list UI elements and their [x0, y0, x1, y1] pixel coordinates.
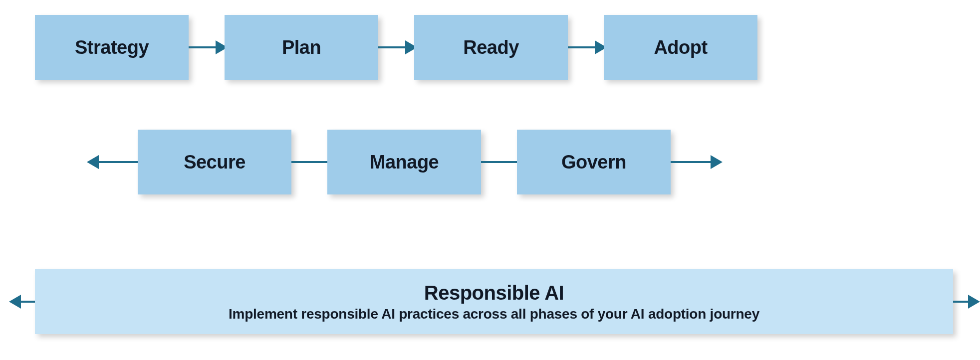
phase-box-secure: Secure	[138, 130, 291, 194]
connector-line	[481, 161, 517, 163]
phase-box-plan: Plan	[225, 15, 378, 80]
phase-box-adopt: Adopt	[604, 15, 757, 80]
connector-line	[953, 301, 969, 303]
diagram-canvas: Strategy Plan Ready Adopt Secure Manage …	[0, 0, 980, 360]
phase-label: Adopt	[654, 37, 707, 58]
phase-label: Govern	[561, 152, 626, 173]
responsible-ai-banner: Responsible AI Implement responsible AI …	[35, 269, 953, 334]
arrow-right-icon	[568, 46, 596, 48]
phase-box-manage: Manage	[327, 130, 481, 194]
connector-line	[97, 161, 138, 163]
arrow-right-icon	[378, 46, 406, 48]
arrow-right-icon	[189, 46, 217, 48]
phase-label: Strategy	[75, 37, 149, 58]
phase-label: Plan	[282, 37, 321, 58]
phase-label: Secure	[184, 152, 245, 173]
arrow-right-icon	[968, 295, 980, 309]
phase-box-govern: Govern	[517, 130, 671, 194]
phase-box-ready: Ready	[414, 15, 568, 80]
arrow-right-icon	[711, 155, 723, 169]
connector-line	[19, 301, 35, 303]
phase-box-strategy: Strategy	[35, 15, 189, 80]
connector-line	[671, 161, 712, 163]
rai-title: Responsible AI	[424, 282, 564, 304]
connector-line	[291, 161, 327, 163]
rai-subtitle: Implement responsible AI practices acros…	[229, 306, 759, 322]
phase-label: Manage	[370, 152, 439, 173]
phase-label: Ready	[463, 37, 519, 58]
